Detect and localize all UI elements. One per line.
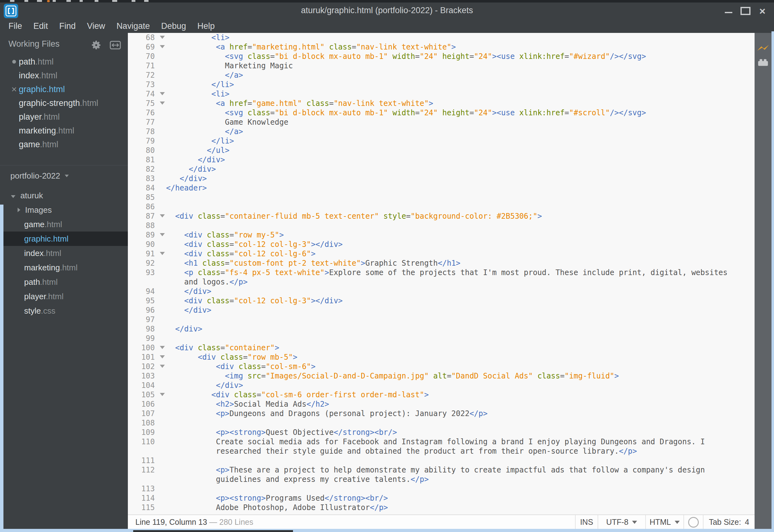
code-line-93[interactable]: 93 <p class="fs-4 px-5 text-white">Explo…: [128, 268, 755, 277]
code-editor[interactable]: 68 <li>69 <a href="marketing.html" class…: [128, 33, 755, 514]
working-file-player[interactable]: player.html: [0, 110, 128, 124]
menu-navigate[interactable]: Navigate: [117, 21, 150, 31]
code-line-98[interactable]: 98 </div>: [128, 324, 755, 334]
extension-manager-button[interactable]: [755, 55, 771, 69]
close-file-icon[interactable]: ×: [11, 85, 17, 94]
tree-folder-aturuk[interactable]: aturuk: [0, 188, 128, 203]
code-line-83[interactable]: 83 </div>: [128, 174, 755, 183]
gear-icon[interactable]: [91, 40, 102, 52]
menu-help[interactable]: Help: [197, 21, 215, 31]
tree-file-style[interactable]: style.css: [0, 304, 128, 318]
code-line-69[interactable]: 69 <a href="marketing.html" class="nav-l…: [128, 42, 755, 52]
menu-find[interactable]: Find: [59, 21, 76, 31]
code-line-79[interactable]: 79 </li>: [128, 136, 755, 146]
code-line-111[interactable]: 111: [128, 456, 755, 465]
maximize-button[interactable]: [737, 3, 754, 19]
code-line-105[interactable]: 105 <div class="col-sm-6 order-first ord…: [128, 390, 755, 399]
code-line-77[interactable]: 77 Game Knowledge: [128, 117, 755, 127]
fold-triangle-icon[interactable]: [160, 92, 165, 95]
code-line-101[interactable]: 101 <div class="row mb-5">: [128, 352, 755, 362]
code-line-91[interactable]: 91 <div class="col-12 col-lg-6">: [128, 249, 755, 258]
code-line-78[interactable]: 78 </a>: [128, 127, 755, 136]
code-line-100[interactable]: 100 <div class="container">: [128, 343, 755, 352]
triangle-right-icon[interactable]: [18, 208, 20, 212]
tree-file-player[interactable]: player.html: [0, 289, 128, 304]
fold-triangle-icon[interactable]: [160, 346, 165, 349]
code-line[interactable]: and logos.</p>: [128, 277, 755, 287]
project-dropdown[interactable]: portfolio-2022: [0, 165, 128, 184]
code-line[interactable]: researched their style guide and obtaine…: [128, 446, 755, 456]
fold-triangle-icon[interactable]: [160, 36, 165, 39]
fold-triangle-icon[interactable]: [160, 355, 165, 358]
fold-triangle-icon[interactable]: [160, 45, 165, 48]
code-line-86[interactable]: 86: [128, 202, 755, 211]
fold-triangle-icon[interactable]: [160, 393, 165, 396]
language-selector[interactable]: HTML: [645, 515, 683, 529]
code-line-88[interactable]: 88: [128, 221, 755, 230]
code-line-70[interactable]: 70 <svg class="bi d-block mx-auto mb-1" …: [128, 52, 755, 61]
code-line-84[interactable]: 84</header>: [128, 183, 755, 193]
menu-debug[interactable]: Debug: [161, 21, 186, 31]
code-line-75[interactable]: 75 <a href="game.html" class="nav-link t…: [128, 99, 755, 108]
fold-triangle-icon[interactable]: [160, 233, 165, 236]
tree-file-index[interactable]: index.html: [0, 246, 128, 260]
code-line-72[interactable]: 72 </a>: [128, 70, 755, 80]
code-line-114[interactable]: 114 <p><strong>Programs Used</strong><br…: [128, 493, 755, 503]
code-line-89[interactable]: 89 <div class="row my-5">: [128, 230, 755, 240]
code-line-109[interactable]: 109 <p><strong>Quest Objective</strong><…: [128, 428, 755, 437]
code-line-110[interactable]: 110 Create social media ads for Facebook…: [128, 437, 755, 446]
fold-triangle-icon[interactable]: [160, 365, 165, 368]
code-line-97[interactable]: 97: [128, 315, 755, 324]
code-line-74[interactable]: 74 <li>: [128, 89, 755, 99]
tree-file-path[interactable]: path.html: [0, 275, 128, 289]
fold-triangle-icon[interactable]: [160, 102, 165, 105]
minimize-button[interactable]: [720, 3, 737, 19]
lint-status[interactable]: [683, 515, 703, 529]
code-line-104[interactable]: 104 </div>: [128, 381, 755, 390]
tree-file-game[interactable]: game.html: [0, 217, 128, 232]
menu-file[interactable]: File: [8, 21, 22, 31]
working-file-marketing[interactable]: marketing.html: [0, 124, 128, 138]
code-line-90[interactable]: 90 <div class="col-12 col-lg-3"></div>: [128, 240, 755, 249]
code-line-112[interactable]: 112 <p>These are a project to help demon…: [128, 465, 755, 475]
code-line-107[interactable]: 107 <p>Dungeons and Dragons (personal pr…: [128, 409, 755, 418]
code-line-96[interactable]: 96 </div>: [128, 305, 755, 315]
split-view-icon[interactable]: [110, 41, 121, 51]
working-file-graphic-strength[interactable]: graphic-strength.html: [0, 96, 128, 110]
code-line-71[interactable]: 71 Marketing Magic: [128, 61, 755, 70]
code-line-82[interactable]: 82 </div>: [128, 164, 755, 174]
code-line-106[interactable]: 106 <h2>Social Media Ads</h2>: [128, 399, 755, 409]
working-file-path[interactable]: path.html: [0, 55, 128, 69]
code-line-103[interactable]: 103 <img src="Images/Social-D-and-D-Camp…: [128, 371, 755, 381]
fold-triangle-icon[interactable]: [160, 252, 165, 255]
code-line-92[interactable]: 92 <h1 class="custom-font pt-2 text-whit…: [128, 258, 755, 268]
code-line-80[interactable]: 80 </ul>: [128, 146, 755, 155]
code-line-94[interactable]: 94 </div>: [128, 287, 755, 296]
tree-file-graphic[interactable]: graphic.html: [0, 232, 128, 246]
code-line-115[interactable]: 115 Adobe Photoshop, Adobe Illustrator</…: [128, 503, 755, 512]
code-line-81[interactable]: 81 </div>: [128, 155, 755, 164]
code-line-99[interactable]: 99: [128, 334, 755, 343]
code-line-102[interactable]: 102 <div class="col-sm-6">: [128, 362, 755, 371]
working-file-graphic[interactable]: ×graphic.html: [0, 82, 128, 96]
tree-folder-images[interactable]: Images: [0, 203, 128, 217]
code-line-108[interactable]: 108: [128, 418, 755, 428]
menu-edit[interactable]: Edit: [34, 21, 48, 31]
live-preview-button[interactable]: [755, 42, 771, 55]
code-line-113[interactable]: 113: [128, 484, 755, 493]
code-line-87[interactable]: 87 <div class="container-fluid mb-5 text…: [128, 211, 755, 221]
fold-triangle-icon[interactable]: [160, 214, 165, 217]
tree-file-marketing[interactable]: marketing.html: [0, 260, 128, 275]
code-line-76[interactable]: 76 <svg class="bi d-block mx-auto mb-1" …: [128, 108, 755, 117]
close-button[interactable]: ×: [754, 3, 771, 19]
triangle-down-icon[interactable]: [11, 195, 15, 198]
code-line-85[interactable]: 85: [128, 193, 755, 202]
insert-mode-indicator[interactable]: INS: [575, 515, 598, 529]
code-line[interactable]: guidelines and express my creative talen…: [128, 475, 755, 484]
code-line-68[interactable]: 68 <li>: [128, 33, 755, 42]
working-file-index[interactable]: index.html: [0, 69, 128, 82]
menu-view[interactable]: View: [87, 21, 105, 31]
tab-size-setting[interactable]: Tab Size:4: [703, 515, 755, 529]
code-line-73[interactable]: 73 </li>: [128, 80, 755, 89]
code-line-95[interactable]: 95 <div class="col-12 col-lg-3"></div>: [128, 296, 755, 305]
